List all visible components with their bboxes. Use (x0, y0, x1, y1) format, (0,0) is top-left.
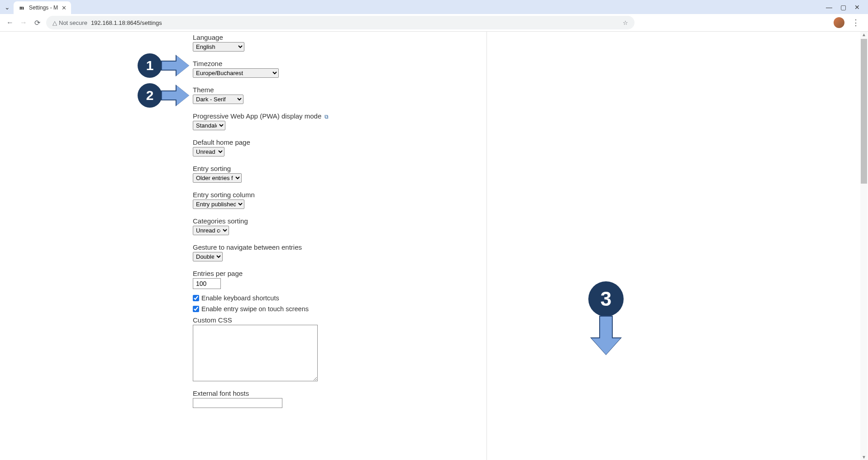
scrollbar-thumb[interactable] (861, 39, 867, 184)
pwa-help-link[interactable]: ⧉ (323, 112, 329, 120)
language-select[interactable]: English (193, 42, 244, 52)
vertical-scrollbar[interactable]: ▲ ▼ (860, 32, 868, 460)
theme-label: Theme (193, 86, 482, 94)
tab-close-icon[interactable]: ✕ (62, 5, 67, 11)
field-keyboard-shortcuts: Enable keyboard shortcuts (193, 294, 482, 302)
field-categories-sorting: Categories sorting Unread count (193, 217, 482, 235)
bookmark-star-icon[interactable]: ☆ (623, 19, 628, 26)
annotation-3-badge: 3 (588, 281, 624, 317)
page-content: Language English Timezone Europe/Buchare… (0, 32, 868, 460)
window-maximize-icon[interactable]: ▢ (840, 4, 846, 11)
keyboard-shortcuts-label[interactable]: Enable keyboard shortcuts (201, 294, 279, 302)
nav-forward-icon[interactable]: → (19, 19, 28, 27)
field-external-fonts: External font hosts (193, 389, 482, 408)
window-controls: — ▢ ✕ (826, 4, 868, 11)
entry-swipe-checkbox[interactable] (193, 306, 199, 312)
security-status[interactable]: △ Not secure (52, 19, 87, 26)
field-custom-css: Custom CSS (193, 316, 482, 383)
tabs-dropdown-icon[interactable]: ⌄ (5, 4, 10, 11)
gesture-label: Gesture to navigate between entries (193, 243, 482, 251)
custom-css-textarea[interactable] (193, 325, 318, 381)
entry-swipe-label[interactable]: Enable entry swipe on touch screens (201, 305, 309, 313)
tab-title: Settings - M (29, 5, 58, 11)
browser-menu-icon[interactable]: ⋮ (849, 18, 863, 28)
gesture-select[interactable]: Double tap (193, 252, 223, 261)
browser-tab[interactable]: m Settings - M ✕ (14, 1, 71, 14)
nav-reload-icon[interactable]: ⟳ (33, 19, 42, 27)
categories-sorting-label: Categories sorting (193, 217, 482, 225)
browser-tab-bar: ⌄ m Settings - M ✕ — ▢ ✕ (0, 0, 868, 14)
site-favicon: m (18, 4, 25, 11)
pwa-select[interactable]: Standalone (193, 121, 225, 130)
browser-toolbar: ← → ⟳ △ Not secure 192.168.1.18:8645/set… (0, 14, 868, 31)
annotation-2-arrow-icon (161, 85, 189, 105)
field-entry-swipe: Enable entry swipe on touch screens (193, 305, 482, 313)
field-gesture: Gesture to navigate between entries Doub… (193, 243, 482, 261)
field-entries-per-page: Entries per page (193, 270, 482, 289)
field-entry-sorting-column: Entry sorting column Entry published tim… (193, 191, 482, 209)
external-fonts-label: External font hosts (193, 389, 482, 397)
categories-sorting-select[interactable]: Unread count (193, 226, 229, 235)
field-entry-sorting: Entry sorting Older entries first (193, 165, 482, 183)
field-language: Language English (193, 33, 482, 52)
security-label: Not secure (59, 19, 87, 26)
annotation-1-badge: 1 (138, 53, 162, 78)
language-label: Language (193, 33, 482, 41)
theme-select[interactable]: Dark - Serif (193, 95, 243, 104)
entries-per-page-label: Entries per page (193, 270, 482, 277)
homepage-select[interactable]: Unread (193, 147, 224, 156)
entry-sorting-column-label: Entry sorting column (193, 191, 482, 199)
annotation-2-badge: 2 (138, 83, 162, 108)
external-fonts-input[interactable] (193, 398, 282, 408)
entry-sorting-select[interactable]: Older entries first (193, 173, 242, 183)
keyboard-shortcuts-checkbox[interactable] (193, 295, 199, 301)
url-text: 192.168.1.18:8645/settings (91, 19, 162, 26)
entry-sorting-column-select[interactable]: Entry published time (193, 199, 244, 209)
timezone-label: Timezone (193, 60, 482, 67)
scrollbar-down-arrow-icon[interactable]: ▼ (862, 455, 866, 460)
window-minimize-icon[interactable]: — (826, 4, 832, 11)
field-homepage: Default home page Unread (193, 138, 482, 156)
warning-icon: △ (52, 19, 57, 26)
field-theme: Theme Dark - Serif (193, 86, 482, 104)
field-timezone: Timezone Europe/Bucharest (193, 60, 482, 78)
field-pwa: Progressive Web App (PWA) display mode ⧉… (193, 112, 482, 130)
annotation-2: 2 (138, 83, 189, 108)
entry-sorting-label: Entry sorting (193, 165, 482, 172)
custom-css-label: Custom CSS (193, 316, 482, 324)
window-close-icon[interactable]: ✕ (854, 4, 860, 11)
entries-per-page-input[interactable] (193, 278, 221, 289)
timezone-select[interactable]: Europe/Bucharest (193, 68, 279, 78)
annotation-3: 3 (588, 281, 624, 355)
address-bar[interactable]: △ Not secure 192.168.1.18:8645/settings … (46, 16, 634, 29)
settings-form: Language English Timezone Europe/Buchare… (193, 32, 487, 460)
pwa-label: Progressive Web App (PWA) display mode ⧉ (193, 112, 482, 120)
annotation-1-arrow-icon (161, 56, 189, 76)
pwa-label-text: Progressive Web App (PWA) display mode (193, 112, 321, 120)
homepage-label: Default home page (193, 138, 482, 146)
profile-avatar[interactable] (834, 17, 844, 28)
external-link-icon: ⧉ (324, 114, 329, 120)
annotation-1: 1 (138, 53, 189, 78)
scrollbar-up-arrow-icon[interactable]: ▲ (862, 32, 866, 37)
nav-back-icon[interactable]: ← (5, 19, 14, 27)
annotation-3-arrow-icon (591, 316, 620, 355)
